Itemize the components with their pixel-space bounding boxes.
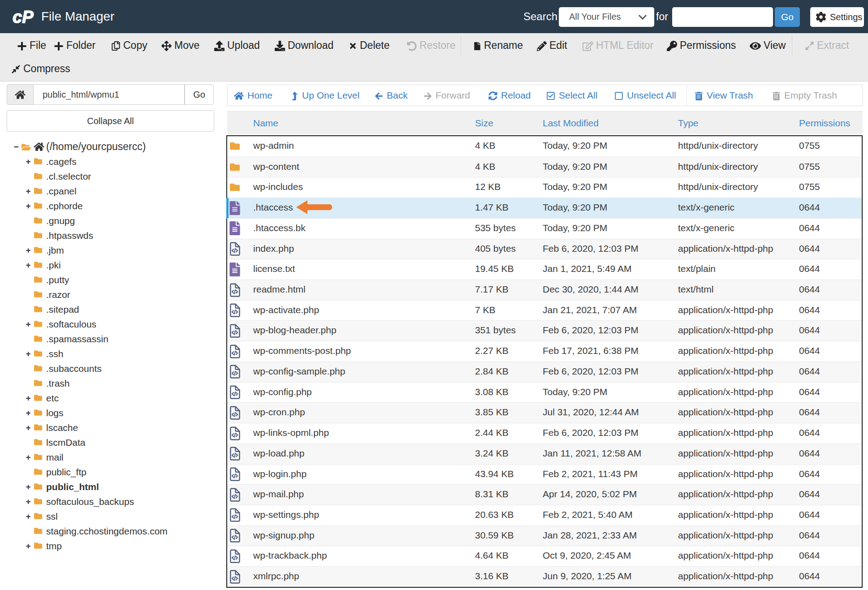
svg-text:cP: cP	[13, 10, 34, 26]
